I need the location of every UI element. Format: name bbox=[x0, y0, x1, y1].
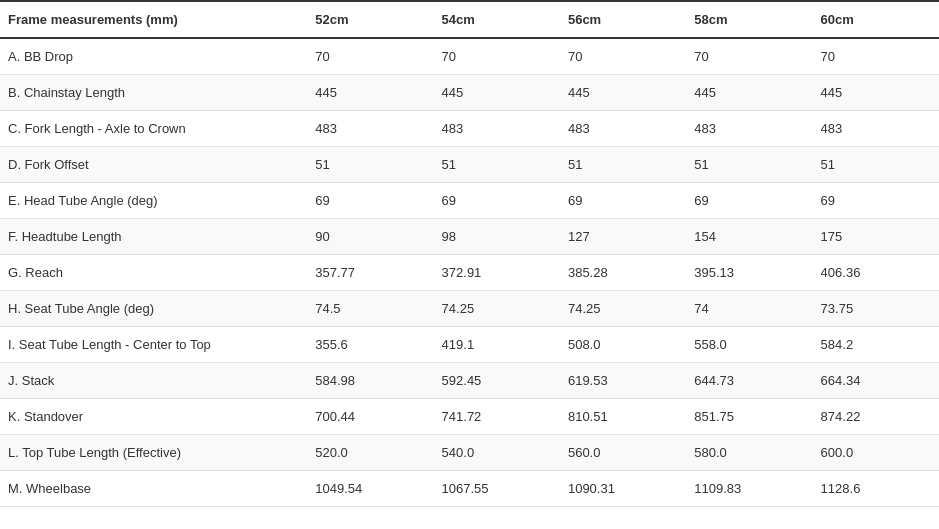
cell-value: 51 bbox=[686, 147, 812, 183]
cell-value: 127 bbox=[560, 219, 686, 255]
column-size-54cm: 54cm bbox=[434, 1, 560, 38]
cell-value: 74.25 bbox=[434, 291, 560, 327]
cell-value: 69 bbox=[307, 183, 433, 219]
cell-value: 445 bbox=[560, 75, 686, 111]
column-label-header: Frame measurements (mm) bbox=[0, 1, 307, 38]
cell-value: 70 bbox=[813, 38, 939, 75]
cell-value: 357.77 bbox=[307, 255, 433, 291]
cell-value: 851.75 bbox=[686, 399, 812, 435]
cell-value: 51 bbox=[434, 147, 560, 183]
table-row: H. Seat Tube Angle (deg)74.574.2574.2574… bbox=[0, 291, 939, 327]
row-label: A. BB Drop bbox=[0, 38, 307, 75]
cell-value: 1049.54 bbox=[307, 471, 433, 507]
cell-value: 90 bbox=[307, 219, 433, 255]
table-row: L. Top Tube Length (Effective)520.0540.0… bbox=[0, 435, 939, 471]
table-row: B. Chainstay Length445445445445445 bbox=[0, 75, 939, 111]
cell-value: 51 bbox=[560, 147, 686, 183]
cell-value: 70 bbox=[307, 38, 433, 75]
table-row: F. Headtube Length9098127154175 bbox=[0, 219, 939, 255]
row-label: M. Wheelbase bbox=[0, 471, 307, 507]
cell-value: 385.28 bbox=[560, 255, 686, 291]
table-row: J. Stack584.98592.45619.53644.73664.34 bbox=[0, 363, 939, 399]
cell-value: 51 bbox=[813, 147, 939, 183]
cell-value: 741.72 bbox=[434, 399, 560, 435]
column-size-56cm: 56cm bbox=[560, 1, 686, 38]
cell-value: 483 bbox=[307, 111, 433, 147]
cell-value: 1067.55 bbox=[434, 471, 560, 507]
cell-value: 395.13 bbox=[686, 255, 812, 291]
row-label: G. Reach bbox=[0, 255, 307, 291]
table-row: G. Reach357.77372.91385.28395.13406.36 bbox=[0, 255, 939, 291]
cell-value: 69 bbox=[686, 183, 812, 219]
cell-value: 483 bbox=[813, 111, 939, 147]
cell-value: 584.2 bbox=[813, 327, 939, 363]
cell-value: 69 bbox=[560, 183, 686, 219]
cell-value: 70 bbox=[434, 38, 560, 75]
table-row: C. Fork Length - Axle to Crown4834834834… bbox=[0, 111, 939, 147]
cell-value: 483 bbox=[434, 111, 560, 147]
row-label: I. Seat Tube Length - Center to Top bbox=[0, 327, 307, 363]
row-label: C. Fork Length - Axle to Crown bbox=[0, 111, 307, 147]
cell-value: 406.36 bbox=[813, 255, 939, 291]
cell-value: 69 bbox=[434, 183, 560, 219]
cell-value: 560.0 bbox=[560, 435, 686, 471]
column-size-60cm: 60cm bbox=[813, 1, 939, 38]
table-row: M. Wheelbase1049.541067.551090.311109.83… bbox=[0, 471, 939, 507]
cell-value: 483 bbox=[560, 111, 686, 147]
cell-value: 592.45 bbox=[434, 363, 560, 399]
cell-value: 74.5 bbox=[307, 291, 433, 327]
row-label: H. Seat Tube Angle (deg) bbox=[0, 291, 307, 327]
cell-value: 558.0 bbox=[686, 327, 812, 363]
table-row: D. Fork Offset5151515151 bbox=[0, 147, 939, 183]
cell-value: 69 bbox=[813, 183, 939, 219]
row-label: L. Top Tube Length (Effective) bbox=[0, 435, 307, 471]
cell-value: 584.98 bbox=[307, 363, 433, 399]
cell-value: 175 bbox=[813, 219, 939, 255]
cell-value: 644.73 bbox=[686, 363, 812, 399]
cell-value: 1090.31 bbox=[560, 471, 686, 507]
table-row: E. Head Tube Angle (deg)6969696969 bbox=[0, 183, 939, 219]
cell-value: 540.0 bbox=[434, 435, 560, 471]
frame-measurements-table: Frame measurements (mm)52cm54cm56cm58cm6… bbox=[0, 0, 939, 507]
cell-value: 445 bbox=[813, 75, 939, 111]
cell-value: 810.51 bbox=[560, 399, 686, 435]
row-label: B. Chainstay Length bbox=[0, 75, 307, 111]
cell-value: 1109.83 bbox=[686, 471, 812, 507]
cell-value: 580.0 bbox=[686, 435, 812, 471]
cell-value: 664.34 bbox=[813, 363, 939, 399]
cell-value: 700.44 bbox=[307, 399, 433, 435]
cell-value: 70 bbox=[686, 38, 812, 75]
cell-value: 445 bbox=[686, 75, 812, 111]
row-label: K. Standover bbox=[0, 399, 307, 435]
cell-value: 98 bbox=[434, 219, 560, 255]
cell-value: 874.22 bbox=[813, 399, 939, 435]
cell-value: 74.25 bbox=[560, 291, 686, 327]
table-header-row: Frame measurements (mm)52cm54cm56cm58cm6… bbox=[0, 1, 939, 38]
cell-value: 73.75 bbox=[813, 291, 939, 327]
cell-value: 74 bbox=[686, 291, 812, 327]
cell-value: 51 bbox=[307, 147, 433, 183]
cell-value: 154 bbox=[686, 219, 812, 255]
cell-value: 445 bbox=[434, 75, 560, 111]
row-label: D. Fork Offset bbox=[0, 147, 307, 183]
row-label: J. Stack bbox=[0, 363, 307, 399]
column-size-52cm: 52cm bbox=[307, 1, 433, 38]
row-label: F. Headtube Length bbox=[0, 219, 307, 255]
cell-value: 600.0 bbox=[813, 435, 939, 471]
cell-value: 483 bbox=[686, 111, 812, 147]
cell-value: 355.6 bbox=[307, 327, 433, 363]
column-size-58cm: 58cm bbox=[686, 1, 812, 38]
cell-value: 372.91 bbox=[434, 255, 560, 291]
table-row: I. Seat Tube Length - Center to Top355.6… bbox=[0, 327, 939, 363]
row-label: E. Head Tube Angle (deg) bbox=[0, 183, 307, 219]
table-row: A. BB Drop7070707070 bbox=[0, 38, 939, 75]
cell-value: 419.1 bbox=[434, 327, 560, 363]
cell-value: 520.0 bbox=[307, 435, 433, 471]
cell-value: 619.53 bbox=[560, 363, 686, 399]
cell-value: 70 bbox=[560, 38, 686, 75]
cell-value: 445 bbox=[307, 75, 433, 111]
cell-value: 508.0 bbox=[560, 327, 686, 363]
table-row: K. Standover700.44741.72810.51851.75874.… bbox=[0, 399, 939, 435]
cell-value: 1128.6 bbox=[813, 471, 939, 507]
